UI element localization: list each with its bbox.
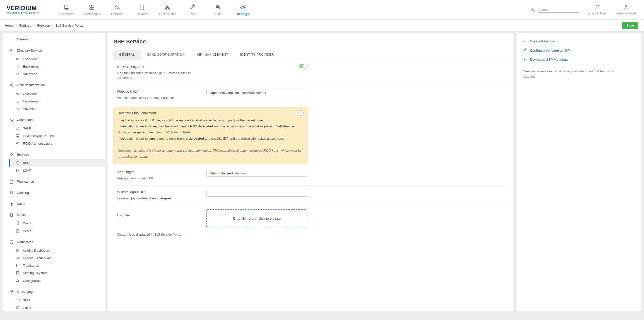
sidebar-item-generic-enrollment[interactable]: Enrollment	[3, 97, 105, 105]
tab-general[interactable]: GENERAL	[113, 50, 141, 60]
sidebar-section-caching[interactable]: Caching	[3, 189, 105, 196]
sidebar-item-directory-overview[interactable]: Overview	[3, 55, 105, 63]
quick-actions-button[interactable]: Quick Actions	[588, 4, 607, 15]
download-ssp-metadata-link[interactable]: Download SSP Metadata	[523, 57, 635, 62]
tab-key-management[interactable]: KEY MANAGEMENT	[191, 50, 234, 60]
nav-item-applications[interactable]: Applications	[79, 4, 104, 16]
send-icon	[9, 289, 14, 294]
tab-saml-configuration[interactable]: SAML CONFIGURATION	[141, 50, 191, 60]
sidebar-item-label: Overview	[23, 92, 37, 96]
custom-logout-url-input[interactable]	[206, 190, 307, 197]
toggle-knob	[299, 110, 304, 115]
nav-item-label: Applications	[84, 12, 100, 16]
action-link-label: Download SSP Metadata	[530, 58, 568, 61]
sidebar-item-label: Signing Keystore	[23, 271, 48, 275]
sidebar-section-services[interactable]: Services	[3, 151, 105, 158]
field-label: Websec URL*	[117, 89, 206, 93]
sidebar-nav: GeneralDirectory ServiceOverviewEnrollme…	[3, 35, 105, 311]
nav-item-audit[interactable]: Audit	[205, 4, 230, 16]
sidebar-section-persistence[interactable]: Persistence	[3, 178, 105, 185]
sidebar-item-configuration[interactable]: Configuration	[3, 277, 105, 284]
field-label: Custom logout URL	[117, 190, 206, 194]
notebook-icon	[16, 168, 20, 173]
configure-veridium-as-idp-link[interactable]: Configure Veridium as IDP	[523, 48, 635, 53]
chat-icon	[16, 298, 20, 302]
sidebar-item-server[interactable]: Server	[3, 227, 105, 235]
grid-icon	[16, 248, 20, 253]
download-icon	[523, 57, 527, 62]
sliders-icon	[16, 279, 20, 283]
sidebar-item-generic-advanced[interactable]: Advanced	[3, 105, 105, 112]
code-icon	[16, 72, 20, 76]
eye-icon	[16, 92, 20, 96]
sidebar-item-saml[interactable]: SAML	[3, 124, 105, 132]
user-icon	[623, 4, 629, 10]
sidebar-item-ldap[interactable]: LDAP	[3, 167, 105, 174]
breadcrumb-item[interactable]: Home	[5, 24, 14, 27]
veridium-logo[interactable]: ✓ VERIDIUM TRUSTED DIGITAL IDENTITY	[7, 5, 51, 14]
search-box	[531, 7, 579, 13]
sidebar-item-service-credentials[interactable]: Service Credentials	[3, 254, 105, 262]
nav-item-label: Audit	[214, 12, 221, 16]
breadcrumb-item[interactable]: Services	[37, 24, 50, 27]
nav-right-cluster: Quick Actions aencica_admin	[531, 4, 637, 15]
top-navigation-bar: ✓ VERIDIUM TRUSTED DIGITAL IDENTITY Dash…	[0, 0, 644, 20]
sidebar-section-kafka[interactable]: Kafka	[3, 200, 105, 207]
sidebar-item-directory-enrollment[interactable]: Enrollment	[3, 63, 105, 70]
sidebar-section-messaging[interactable]: Messaging	[3, 288, 105, 295]
delegate-description-line: If delegation is set to false, then the …	[118, 123, 304, 135]
sidebar-item-directory-advanced[interactable]: Advanced	[3, 70, 105, 78]
breadcrumb-bar: Home/Settings/Services/Self Service Port…	[0, 20, 644, 31]
sidebar-item-label: FIDO Relying Parties	[23, 134, 54, 138]
sidebar-item-truststores[interactable]: Truststores	[3, 262, 105, 269]
save-button[interactable]: Save	[622, 22, 638, 29]
sidebar-section-connectors[interactable]: Connectors	[3, 116, 105, 123]
nav-item-dashboard[interactable]: Dashboard	[54, 4, 79, 16]
create-keystore-link[interactable]: Create Keystore	[523, 38, 635, 44]
sidebar-section-mobile[interactable]: Mobile	[3, 211, 105, 218]
delegate-description-line: Flag that indicates if FIDO keys should …	[118, 117, 304, 123]
logo-dropzone[interactable]: Drop file here or click to browse	[206, 209, 307, 227]
search-input[interactable]	[538, 7, 579, 13]
at-icon	[16, 306, 20, 310]
sidebar-section-generic-integration[interactable]: Generic Integration	[3, 81, 105, 89]
sidebar-item-fido-authenticators[interactable]: FIDO Authenticators	[3, 140, 105, 147]
sidebar-item-client[interactable]: Client	[3, 219, 105, 227]
field-label: Fido Origin*	[117, 170, 206, 174]
nav-item-orchestrator[interactable]: Orchestrator	[155, 4, 180, 16]
sidebar-item-ssp[interactable]: SSP	[9, 159, 105, 167]
sidebar-item-email[interactable]: Email	[3, 304, 105, 311]
is-idp-configured-toggle[interactable]	[299, 64, 307, 68]
breadcrumb-separator: /	[34, 24, 35, 27]
brand-tagline: TRUSTED DIGITAL IDENTITY	[7, 12, 51, 14]
server-icon	[16, 229, 20, 233]
certificate-icon	[9, 240, 14, 244]
sidebar-item-fido-relying-parties[interactable]: FIDO Relying Parties	[3, 132, 105, 140]
fido-origin-input[interactable]	[206, 170, 307, 177]
logo-wordmark: ✓ VERIDIUM	[7, 5, 51, 11]
nav-item-devices[interactable]: Devices	[130, 4, 155, 16]
sidebar-item-sms[interactable]: SMS	[3, 296, 105, 304]
sidebar-section-general[interactable]: General	[3, 35, 105, 43]
sidebar-item-validity-dashboard[interactable]: Validity Dashboard	[3, 247, 105, 254]
database-icon	[9, 179, 14, 184]
nav-item-identities[interactable]: Identities	[104, 4, 130, 16]
sidebar-section-directory-service[interactable]: Directory Service	[3, 47, 105, 54]
sidebar-item-signing-keystore[interactable]: Signing Keystore	[3, 269, 105, 277]
sidebar-section-label: Connectors	[17, 118, 33, 122]
sidebar-item-generic-overview[interactable]: Overview	[3, 90, 105, 97]
nav-item-settings[interactable]: Settings	[230, 4, 256, 16]
share-nodes-icon	[9, 83, 14, 87]
wand-icon	[594, 4, 600, 10]
sidebar-section-certificates[interactable]: Certificates	[3, 238, 105, 246]
breadcrumb-item[interactable]: Settings	[19, 24, 31, 27]
user-menu[interactable]: aencica_admin	[616, 4, 636, 15]
tab-identity-provider[interactable]: IDENTITY PROVIDER	[234, 50, 280, 60]
websec-url-input[interactable]	[206, 89, 307, 96]
sidebar-item-label: Service Credentials	[23, 256, 51, 260]
search-icon	[531, 8, 535, 12]
sidebar-section-label: Messaging	[17, 290, 33, 294]
content-area: GeneralDirectory ServiceOverviewEnrollme…	[0, 31, 644, 320]
nav-item-tools[interactable]: Tools	[180, 4, 205, 16]
delegate-fido-enrollment-toggle[interactable]	[295, 111, 303, 115]
